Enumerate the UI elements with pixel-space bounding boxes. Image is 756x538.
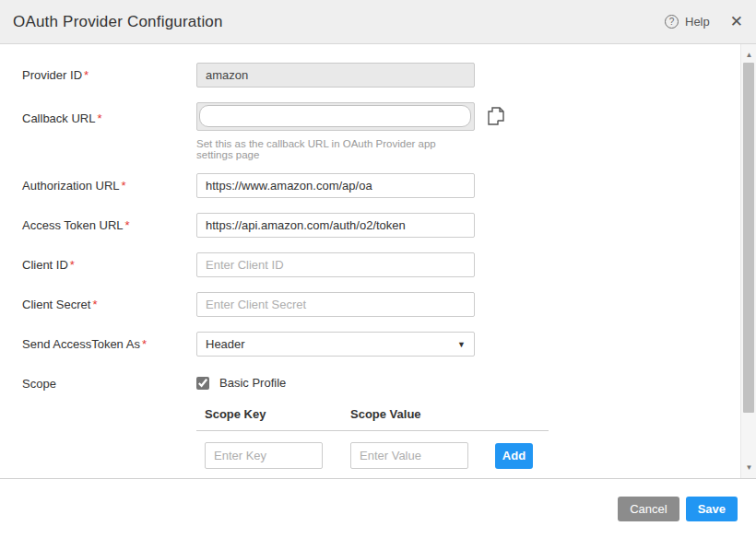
scrollbar-thumb[interactable] bbox=[743, 63, 754, 413]
callback-url-label-text: Callback URL bbox=[22, 111, 95, 125]
dialog-title: OAuth Provider Configuration bbox=[13, 13, 223, 31]
callback-url-label: Callback URL* bbox=[22, 102, 196, 160]
client-secret-control bbox=[196, 292, 475, 317]
basic-profile-checkbox[interactable] bbox=[196, 377, 209, 390]
callback-url-field bbox=[196, 102, 475, 131]
scope-table-header: Scope Key Scope Value bbox=[196, 407, 549, 431]
client-secret-row: Client Secret* bbox=[22, 292, 756, 317]
client-secret-label-text: Client Secret bbox=[22, 298, 90, 311]
client-id-label-text: Client ID bbox=[22, 258, 68, 272]
required-marker: * bbox=[125, 218, 130, 232]
authorization-url-label-text: Authorization URL bbox=[22, 179, 120, 193]
scope-entry-row: Add bbox=[196, 442, 549, 469]
required-marker: * bbox=[122, 179, 126, 193]
required-marker: * bbox=[142, 337, 147, 351]
client-id-row: Client ID* bbox=[22, 252, 756, 277]
access-token-url-input[interactable] bbox=[196, 213, 475, 238]
client-id-control bbox=[196, 252, 475, 277]
required-marker: * bbox=[92, 298, 97, 311]
basic-profile-label[interactable]: Basic Profile bbox=[219, 376, 286, 390]
oauth-provider-configuration-dialog: OAuth Provider Configuration ? Help ✕ Pr… bbox=[0, 0, 756, 538]
access-token-url-row: Access Token URL* bbox=[22, 213, 756, 238]
vertical-scrollbar[interactable]: ▲ ▼ bbox=[740, 44, 756, 478]
access-token-url-label-text: Access Token URL bbox=[22, 218, 124, 232]
callback-url-row: Callback URL* Set t bbox=[22, 102, 756, 160]
send-access-token-row: Send AccessToken As* Header ▼ bbox=[22, 332, 756, 357]
copy-icon[interactable] bbox=[486, 105, 506, 131]
required-marker: * bbox=[97, 111, 101, 125]
scope-control: Basic Profile bbox=[196, 371, 475, 391]
client-secret-input[interactable] bbox=[196, 292, 475, 317]
provider-id-label-text: Provider ID bbox=[22, 68, 82, 82]
access-token-url-label: Access Token URL* bbox=[22, 213, 196, 238]
close-icon[interactable]: ✕ bbox=[730, 14, 743, 29]
scope-table: Scope Key Scope Value Add bbox=[196, 407, 549, 469]
scope-key-input[interactable] bbox=[205, 442, 323, 469]
access-token-url-control bbox=[196, 213, 475, 238]
provider-id-input bbox=[196, 63, 475, 88]
client-id-label: Client ID* bbox=[22, 252, 196, 277]
help-icon[interactable]: ? bbox=[665, 15, 679, 29]
authorization-url-control bbox=[196, 173, 475, 198]
dialog-footer: Cancel Save bbox=[0, 479, 756, 538]
scope-key-header: Scope Key bbox=[205, 407, 350, 421]
send-access-token-selected-value: Header bbox=[206, 337, 245, 351]
callback-url-redaction bbox=[199, 105, 471, 127]
provider-id-row: Provider ID* bbox=[22, 63, 756, 88]
cancel-button[interactable]: Cancel bbox=[618, 497, 679, 521]
authorization-url-label: Authorization URL* bbox=[22, 173, 196, 198]
callback-url-helper-text: Set this as the callback URL in OAuth Pr… bbox=[196, 138, 475, 160]
client-id-input[interactable] bbox=[196, 252, 475, 277]
required-marker: * bbox=[70, 258, 75, 272]
authorization-url-row: Authorization URL* bbox=[22, 173, 756, 198]
dialog-body: Provider ID* Callback URL* bbox=[0, 44, 756, 479]
provider-id-label: Provider ID* bbox=[22, 63, 196, 88]
chevron-down-icon: ▼ bbox=[457, 340, 466, 349]
send-access-token-select[interactable]: Header ▼ bbox=[196, 332, 475, 357]
callback-url-control: Set this as the callback URL in OAuth Pr… bbox=[196, 102, 475, 160]
help-button[interactable]: ? Help bbox=[665, 15, 710, 29]
required-marker: * bbox=[84, 68, 89, 82]
send-access-token-label-text: Send AccessToken As bbox=[22, 337, 140, 351]
scope-value-header: Scope Value bbox=[350, 407, 421, 421]
scope-label-text: Scope bbox=[22, 377, 56, 391]
save-button[interactable]: Save bbox=[686, 497, 738, 521]
dialog-header: OAuth Provider Configuration ? Help ✕ bbox=[0, 0, 756, 44]
help-label[interactable]: Help bbox=[685, 15, 710, 29]
scrollbar-down-arrow-icon[interactable]: ▼ bbox=[741, 460, 756, 475]
send-access-token-label: Send AccessToken As* bbox=[22, 332, 196, 357]
scope-row: Scope Basic Profile bbox=[22, 371, 756, 391]
scope-value-input[interactable] bbox=[350, 442, 468, 469]
client-secret-label: Client Secret* bbox=[22, 292, 196, 317]
add-scope-button[interactable]: Add bbox=[495, 443, 533, 469]
authorization-url-input[interactable] bbox=[196, 173, 475, 198]
send-access-token-control: Header ▼ bbox=[196, 332, 475, 357]
provider-id-control bbox=[196, 63, 475, 88]
scope-label: Scope bbox=[22, 371, 196, 391]
scrollbar-up-arrow-icon[interactable]: ▲ bbox=[741, 47, 756, 63]
